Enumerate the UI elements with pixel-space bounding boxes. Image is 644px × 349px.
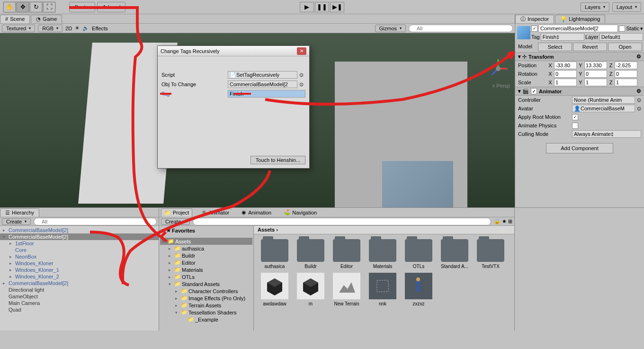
tree-item[interactable]: 📁_Example <box>160 316 252 323</box>
rot-z[interactable] <box>615 70 637 78</box>
tree-item[interactable]: ▸📁Character Controllers <box>160 287 252 295</box>
culling-dropdown[interactable]: Always Animate ‡ <box>572 130 641 138</box>
tree-item[interactable]: ▸📁Terrain Assets <box>160 302 252 309</box>
tab-inspector[interactable]: ⓘ Inspector <box>515 15 554 23</box>
hierarchy-item[interactable]: ▸Windoes_Kloner_2 <box>0 273 159 280</box>
play-button[interactable]: ▶ <box>300 2 314 12</box>
revert-button[interactable]: Revert <box>573 43 607 51</box>
assets-breadcrumb[interactable]: Assets › <box>254 226 514 234</box>
asset-item[interactable]: authasica <box>259 239 291 269</box>
layers-dropdown[interactable]: Layers <box>581 2 609 12</box>
open-button[interactable]: Open <box>608 43 642 51</box>
tag-dropdown[interactable]: Finish ‡ <box>541 33 584 41</box>
layout-dropdown[interactable]: Layout <box>612 2 641 12</box>
hierarchy-item[interactable]: ▸Windoes_Kloner_1 <box>0 267 159 273</box>
pause-button[interactable]: ❚❚ <box>315 2 329 12</box>
hierarchy-create-dropdown[interactable]: Create <box>2 218 31 225</box>
gameobject-name-field[interactable] <box>538 25 618 32</box>
rotate-tool[interactable]: ↻ <box>30 2 42 12</box>
pos-x[interactable] <box>554 62 577 69</box>
asset-item[interactable]: nnk <box>367 273 399 306</box>
hierarchy-item[interactable]: ▸1stFloor <box>0 240 159 247</box>
asset-item[interactable]: Editor <box>331 239 363 269</box>
tab-animation[interactable]: ◉ Animation <box>239 208 274 216</box>
tree-item[interactable]: ▸📁Materials <box>160 266 252 273</box>
tree-item[interactable]: ▸📁Buildr <box>160 252 252 259</box>
scale-tool[interactable]: ⛶ <box>43 2 55 12</box>
render-mode-dropdown[interactable]: RGB <box>38 25 63 32</box>
tab-scene[interactable]: # Scene <box>0 15 30 23</box>
gizmos-dropdown[interactable]: Gizmos <box>375 25 406 32</box>
tab-game[interactable]: ◔ Game <box>31 15 62 23</box>
rot-y[interactable] <box>584 70 607 78</box>
asset-item[interactable]: Materials <box>367 239 399 269</box>
gameobject-icon[interactable] <box>517 26 530 39</box>
tree-item[interactable]: ▸📁authasica <box>160 245 252 252</box>
tab-lightmapping[interactable]: 💡 Lightmapping <box>555 15 605 23</box>
hierarchy-item[interactable]: GameObject <box>0 293 159 300</box>
scale-z[interactable] <box>615 79 637 86</box>
tree-item[interactable]: ▸📁Image Effects (Pro Only) <box>160 295 252 302</box>
transform-header[interactable]: ▾ ⊹ Transform⚙ <box>515 52 644 61</box>
layer-dropdown[interactable]: Default ‡ <box>599 33 643 41</box>
rot-x[interactable] <box>554 70 577 78</box>
tab-animator[interactable]: ⚛ Animator <box>199 208 232 216</box>
asset-item[interactable]: Buildr <box>295 239 327 269</box>
root-motion-checkbox[interactable]: ✓ <box>572 114 578 120</box>
touch-to-henshin-button[interactable]: Touch to Henshin... <box>250 156 305 164</box>
hierarchy-item[interactable]: Core <box>0 247 159 253</box>
script-field[interactable]: 📄 SetTagRecursively <box>228 71 297 79</box>
tab-hierarchy[interactable]: ☰ Hierarchy <box>0 208 39 217</box>
asset-item[interactable]: awdawdaw <box>259 273 291 306</box>
hierarchy-item[interactable]: Main Camera <box>0 300 159 306</box>
tree-item[interactable]: ▾📁Standard Assets <box>160 280 252 287</box>
animator-header[interactable]: ▾ 🎬 ✓ Animator⚙ <box>515 87 644 96</box>
pivot-center-toggle[interactable]: Center <box>69 2 95 12</box>
obj-field[interactable]: CommercialBaseModel[2 <box>228 81 297 88</box>
animate-physics-checkbox[interactable] <box>572 123 578 129</box>
project-search[interactable] <box>193 218 491 225</box>
select-button[interactable]: Select <box>538 43 572 51</box>
project-tree[interactable]: ▸ ★ Favorites ▾📁Assets▸📁authasica▸📁Build… <box>159 226 254 331</box>
hierarchy-item[interactable]: Directional light <box>0 286 159 293</box>
asset-item[interactable]: New Terrain <box>331 273 363 306</box>
tab-navigation[interactable]: ⛳ Navigation <box>281 208 320 216</box>
move-tool[interactable]: ✥ <box>17 2 29 12</box>
scene-search[interactable] <box>409 25 513 32</box>
orientation-gizmo[interactable] <box>486 57 510 81</box>
draw-mode-dropdown[interactable]: Textured <box>2 25 35 32</box>
effects-dropdown[interactable]: Effects <box>92 26 107 31</box>
tree-item[interactable]: ▸📁Editor <box>160 259 252 266</box>
audio-icon[interactable]: 🔊 <box>82 25 89 31</box>
active-checkbox[interactable]: ✓ <box>531 26 537 32</box>
asset-item[interactable]: TestVTX <box>474 239 507 269</box>
light-icon[interactable]: ☀ <box>75 25 80 31</box>
tree-item[interactable]: ▾📁Tessellation Shaders <box>160 309 252 316</box>
controller-field[interactable]: None (Runtime Anim <box>572 96 635 104</box>
avatar-field[interactable]: 👤 CommercialBaseM <box>572 105 635 112</box>
asset-item[interactable]: m <box>295 273 327 306</box>
asset-item[interactable]: zxzxz <box>402 273 435 306</box>
hierarchy-item[interactable]: ▸NeonBox <box>0 253 159 260</box>
scale-x[interactable] <box>554 79 577 86</box>
asset-grid[interactable]: authasicaBuildrEditorMaterialsOTLsStanda… <box>254 234 514 331</box>
tag-input-field[interactable] <box>228 90 305 98</box>
hand-tool[interactable]: ✋ <box>3 2 16 12</box>
2d-toggle[interactable]: 2D <box>65 26 72 31</box>
project-create-dropdown[interactable]: Create <box>161 218 190 225</box>
hierarchy-item[interactable]: ▸Windoes_Kloner <box>0 260 159 267</box>
dialog-close-button[interactable]: ✕ <box>297 47 306 55</box>
dialog-titlebar[interactable]: Change Tags Recursively ✕ <box>158 46 309 56</box>
static-dropdown[interactable]: ▾ <box>640 26 643 32</box>
hierarchy-item[interactable]: ▸CommercialBaseModel[2] <box>0 280 159 286</box>
local-global-toggle[interactable]: ◆ Local <box>97 2 125 12</box>
step-button[interactable]: ▶❚ <box>330 2 344 12</box>
hierarchy-list[interactable]: ▸CommercialBaseModel[2]▾CommercialBaseMo… <box>0 226 159 331</box>
hierarchy-search[interactable] <box>34 218 157 225</box>
tree-item[interactable]: ▸📁OTLs <box>160 273 252 280</box>
add-component-button[interactable]: Add Component <box>546 143 613 153</box>
tree-item[interactable]: ▾📁Assets <box>160 238 252 245</box>
pos-y[interactable] <box>584 62 607 69</box>
filter-icon[interactable]: 🔒 ★ ⊞ <box>494 218 512 224</box>
pos-z[interactable] <box>615 62 637 69</box>
